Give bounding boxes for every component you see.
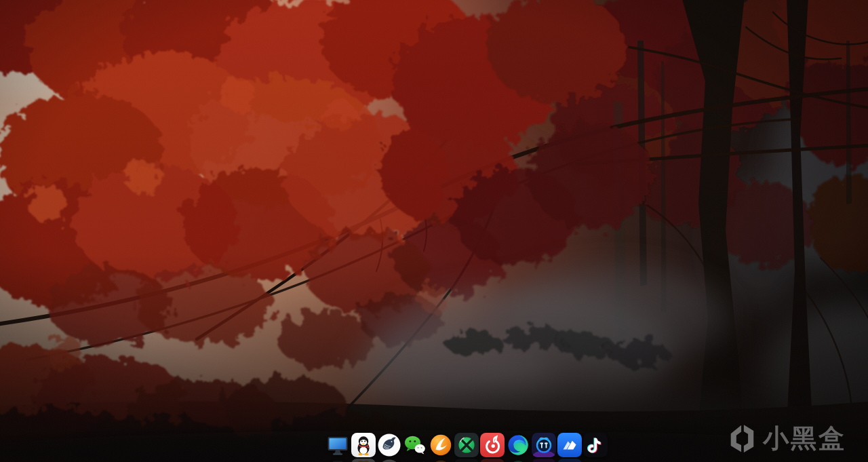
whale-icon (377, 433, 401, 457)
dock-item-listary[interactable] (429, 433, 453, 457)
dock-item-tt-voice[interactable] (532, 433, 556, 457)
dock-item-edge[interactable] (506, 433, 530, 457)
dock-item-this-pc[interactable] (326, 433, 350, 457)
xbox-sphere-icon (454, 433, 479, 457)
wallpaper-engine-mountains-icon (557, 433, 582, 457)
dock-item-qq[interactable] (351, 433, 376, 457)
tiktok-douyin-note-icon (583, 433, 608, 457)
desktop: 小黑盒 (0, 0, 868, 462)
computer-monitor-icon (326, 433, 350, 457)
dock-item-douyin[interactable] (583, 433, 608, 457)
qq-penguin-icon (351, 433, 376, 457)
edge-browser-swirl-icon (506, 433, 530, 457)
desktop-wallpaper (0, 0, 868, 462)
dock-item-wallpaper-engine[interactable] (557, 433, 582, 457)
tt-voice-robot-face-icon (532, 433, 556, 457)
netease-music-note-icon (480, 433, 505, 457)
dock-item-whale-app[interactable] (377, 433, 401, 457)
dock-item-wechat[interactable] (403, 433, 427, 457)
dock-item-xbox[interactable] (454, 433, 479, 457)
dock-item-netease-music[interactable] (480, 433, 505, 457)
listary-orange-swoosh-icon (429, 433, 453, 457)
dock (326, 433, 608, 457)
wechat-bubbles-icon (403, 433, 427, 457)
